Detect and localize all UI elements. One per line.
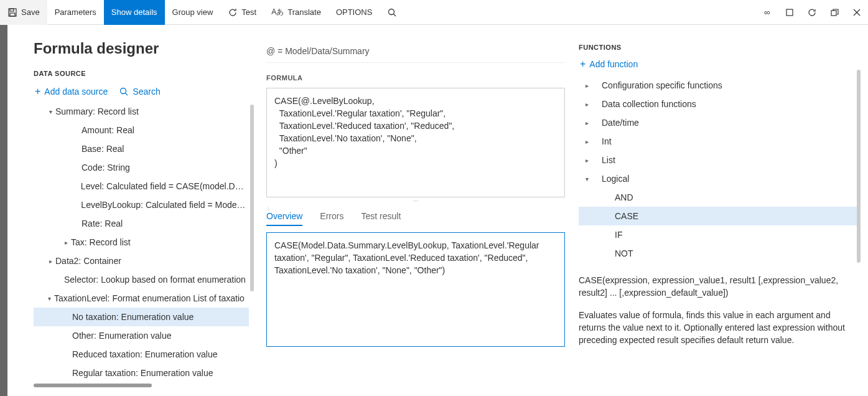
tab-errors[interactable]: Errors — [320, 207, 343, 226]
func-vscrollbar[interactable] — [857, 70, 861, 263]
function-item-label: Int — [602, 136, 612, 146]
tree-item[interactable]: Code: String — [34, 158, 249, 177]
formula-label: FORMULA — [266, 74, 565, 82]
options-label: OPTIONS — [336, 7, 373, 17]
formula-editor[interactable]: CASE(@.LevelByLookup, TaxationLevel.'Reg… — [266, 88, 565, 197]
toolbar-link-icon[interactable]: ∞ — [756, 0, 778, 25]
center-panel: @ = Model/Data/Summary FORMULA CASE(@.Le… — [263, 25, 572, 396]
translate-icon: Aあ — [271, 7, 284, 17]
right-panel: FUNCTIONS + Add function ▸Configuration … — [572, 25, 868, 396]
save-label: Save — [21, 7, 40, 17]
function-item-label: Logical — [602, 174, 629, 184]
function-item[interactable]: ▸Date/time — [579, 113, 858, 132]
tree-item[interactable]: ▸Tax: Record list — [34, 233, 249, 252]
tree-item[interactable]: No taxation: Enumeration value — [34, 308, 249, 326]
resize-handle-h[interactable]: ··· — [266, 197, 565, 206]
function-item-label: Date/time — [602, 118, 639, 128]
toolbar-office-icon[interactable] — [778, 0, 801, 25]
tree-item[interactable]: Other: Enumeration value — [34, 326, 249, 345]
function-item-label: Data collection functions — [602, 99, 696, 109]
options-button[interactable]: OPTIONS — [329, 0, 380, 25]
function-item-label: CASE — [615, 211, 638, 221]
tree-item[interactable]: Base: Real — [34, 139, 249, 158]
add-function-button[interactable]: + Add function — [580, 59, 638, 70]
toolbar: Save Parameters Show details Group view … — [0, 0, 868, 25]
chevron-right-icon[interactable]: ▸ — [582, 157, 592, 164]
function-item[interactable]: ▸List — [579, 151, 858, 169]
tree-item-label: Base: Real — [82, 144, 124, 154]
tree-item-label: Summary: Record list — [55, 106, 139, 116]
function-item[interactable]: CASE — [579, 207, 858, 225]
refresh-icon — [228, 7, 238, 17]
tree-item[interactable]: Regular taxation: Enumeration value — [34, 364, 249, 382]
left-collapse-handle[interactable] — [0, 25, 7, 396]
function-syntax: CASE(expression, expression_value1, resu… — [579, 274, 858, 299]
tree-item[interactable]: ▾TaxationLevel: Format enumeration List … — [34, 289, 249, 308]
toolbar-popout-icon[interactable] — [823, 0, 846, 25]
toolbar-close-icon[interactable] — [846, 0, 868, 25]
translate-button[interactable]: Aあ Translate — [264, 0, 329, 25]
save-button[interactable]: Save — [0, 0, 47, 25]
chevron-right-icon[interactable]: ▸ — [62, 239, 71, 246]
parameters-label: Parameters — [55, 7, 96, 17]
toolbar-refresh-icon[interactable] — [801, 0, 823, 25]
tree-hscrollbar[interactable] — [34, 384, 152, 387]
tab-test-result[interactable]: Test result — [361, 207, 401, 226]
show-details-button[interactable]: Show details — [104, 0, 165, 25]
tree-item[interactable]: ▾Summary: Record list — [34, 102, 249, 121]
group-view-button[interactable]: Group view — [165, 0, 221, 25]
functions-label: FUNCTIONS — [579, 44, 858, 51]
left-panel: Formula designer DATA SOURCE + Add data … — [7, 25, 263, 396]
function-item[interactable]: IF — [579, 225, 858, 244]
parameters-button[interactable]: Parameters — [47, 0, 104, 25]
tree-item-label: No taxation: Enumeration value — [72, 312, 194, 322]
test-button[interactable]: Test — [220, 0, 264, 25]
popout-icon — [829, 7, 839, 17]
result-tabs: Overview Errors Test result — [266, 207, 565, 226]
tree-item[interactable]: LevelByLookup: Calculated field = Model.… — [34, 196, 249, 214]
close-icon — [852, 7, 862, 17]
tree-item[interactable]: Amount: Real — [34, 121, 249, 139]
svg-rect-6 — [831, 11, 836, 16]
chevron-right-icon[interactable]: ▸ — [582, 138, 592, 145]
tree-item[interactable]: Selector: Lookup based on format enumera… — [34, 270, 249, 289]
search-button[interactable]: Search — [119, 86, 160, 97]
search-label: Search — [133, 87, 160, 97]
plus-icon: + — [580, 59, 586, 70]
refresh-icon — [807, 7, 817, 17]
chevron-right-icon[interactable]: ▸ — [582, 120, 592, 126]
function-item[interactable]: ▸Int — [579, 132, 858, 151]
tree-item[interactable]: Level: Calculated field = CASE(model.Dat… — [34, 177, 249, 196]
svg-point-3 — [389, 9, 394, 14]
show-details-label: Show details — [111, 7, 157, 17]
chevron-down-icon[interactable]: ▾ — [45, 295, 54, 302]
tree-item[interactable]: Rate: Real — [34, 214, 249, 233]
function-item[interactable]: AND — [579, 188, 858, 207]
chevron-down-icon[interactable]: ▾ — [46, 108, 55, 115]
chevron-down-icon[interactable]: ▾ — [582, 176, 592, 182]
toolbar-search-button[interactable] — [380, 0, 404, 25]
function-item[interactable]: ▸Configuration specific functions — [579, 76, 858, 95]
function-item[interactable]: NOT — [579, 244, 858, 263]
translate-label: Translate — [287, 7, 321, 17]
tree-item[interactable]: Reduced taxation: Enumeration value — [34, 345, 249, 364]
tree-item-label: Data2: Container — [55, 256, 121, 266]
data-source-tree: ▾Summary: Record listAmount: RealBase: R… — [34, 102, 249, 382]
function-item-label: AND — [615, 192, 633, 202]
chevron-right-icon[interactable]: ▸ — [582, 82, 592, 89]
function-item[interactable]: ▸Data collection functions — [579, 95, 858, 113]
tree-item-label: Selector: Lookup based on format enumera… — [64, 275, 246, 285]
tree-item[interactable]: ▸Data2: Container — [34, 252, 249, 270]
chevron-right-icon[interactable]: ▸ — [582, 101, 592, 108]
search-icon — [387, 7, 397, 17]
chevron-right-icon[interactable]: ▸ — [46, 258, 55, 265]
page-title: Formula designer — [34, 40, 249, 57]
function-item[interactable]: ▾Logical — [579, 169, 858, 188]
function-description: Evaluates value of formula, finds this v… — [579, 309, 858, 346]
tab-overview[interactable]: Overview — [266, 207, 302, 226]
add-data-source-button[interactable]: + Add data source — [35, 86, 108, 97]
tree-vscrollbar[interactable] — [250, 105, 254, 291]
save-icon — [7, 7, 17, 17]
function-item-label: IF — [615, 230, 622, 240]
tree-item-label: Tax: Record list — [71, 237, 131, 247]
